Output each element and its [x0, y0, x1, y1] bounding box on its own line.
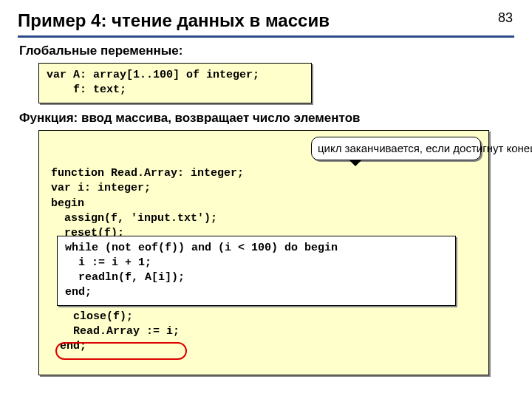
page-number: 83 — [498, 10, 513, 26]
slide-title: Пример 4: чтение данных в массив — [18, 10, 514, 38]
section-globals: Глобальные переменные: — [19, 44, 514, 58]
code-function-body: function Read.Array: integer; var i: int… — [38, 130, 489, 375]
code-tail: close(f); Read.Array := i; end; — [60, 310, 180, 355]
code-global-vars: var A: array[1..100] of integer; f: text… — [38, 63, 312, 103]
code-while-loop: while (not eof(f)) and (i < 100) do begi… — [57, 236, 456, 306]
callout-loop-note: цикл заканчивается, если достигнут конец… — [311, 137, 481, 161]
section-function: Функция: ввод массива, возвращает число … — [19, 111, 514, 126]
